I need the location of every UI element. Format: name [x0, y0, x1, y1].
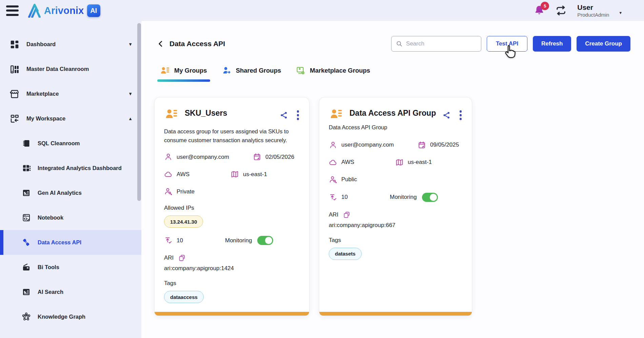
monitoring-label: Monitoring	[390, 194, 417, 201]
create-group-button[interactable]: Create Group	[577, 36, 630, 52]
notifications-bell-icon[interactable]: 5	[534, 5, 545, 16]
owner-email: user@company.com	[341, 142, 394, 148]
user-menu-caret-icon[interactable]: ▾	[619, 10, 622, 15]
user-role: ProductAdmin	[577, 12, 609, 18]
plug-icon	[22, 238, 31, 247]
card-footer-accent-bar	[319, 312, 472, 316]
share-icon[interactable]	[442, 111, 451, 119]
tags-label: Tags	[329, 237, 462, 244]
sidebar-item-marketplace[interactable]: Marketplace ▼	[0, 81, 141, 106]
ari-value: ari:company:apigroup:667	[329, 222, 462, 229]
people-list-icon	[164, 107, 179, 120]
sidebar-item-label: Master Data Cleanroom	[26, 66, 89, 72]
region: us-east-1	[408, 159, 432, 166]
people-list-icon	[329, 107, 344, 120]
sidebar-item-label: Knowledge Graph	[38, 314, 85, 320]
kebab-menu-icon[interactable]	[296, 110, 300, 121]
back-button[interactable]	[157, 40, 165, 48]
sidebar-item-dashboard[interactable]: Dashboard ▼	[0, 32, 141, 57]
network-graph-icon	[22, 312, 31, 321]
sidebar-item-ai-search[interactable]: AI Search	[0, 280, 141, 304]
notification-count-badge: 5	[541, 2, 549, 10]
sidebar-item-label: My Workspace	[26, 115, 65, 122]
allowed-ips-label: Allowed IPs	[164, 205, 300, 211]
card-footer-accent-bar	[155, 312, 309, 316]
dashboard-grid-icon	[9, 39, 20, 50]
test-api-button[interactable]: Test API	[487, 36, 527, 52]
sidebar-item-sql-cleanroom[interactable]: SQL Cleanroom	[0, 131, 141, 156]
chevron-down-icon[interactable]: ▼	[128, 42, 133, 47]
chevron-up-icon[interactable]: ▲	[128, 116, 133, 121]
copy-icon[interactable]	[178, 254, 186, 262]
expiry-date: 02/05/2026	[265, 154, 294, 161]
group-description: Data access group for users assigned via…	[164, 127, 300, 145]
topbar-actions: 5 User ProductAdmin ▾	[534, 3, 622, 18]
tab-my-groups[interactable]: My Groups	[160, 65, 207, 76]
tab-label: Marketplace Groups	[310, 67, 370, 74]
ari-value: ari:company:apigroup:1424	[164, 265, 300, 272]
rate-limit-icon	[164, 236, 173, 245]
sidebar-item-knowledge-graph[interactable]: Knowledge Graph	[0, 304, 141, 329]
group-tabs: My Groups Shared Groups Marketplace Grou…	[157, 65, 630, 76]
monitoring-toggle[interactable]	[257, 236, 273, 245]
rate-limit-value: 10	[341, 194, 348, 201]
refresh-button[interactable]: Refresh	[533, 36, 571, 52]
page-toolbar: Data Access API Test API Refresh Create …	[157, 36, 630, 52]
cloud-provider: AWS	[177, 171, 189, 178]
group-card-data-access-api-group: Data Access API Group Data Access API Gr…	[319, 97, 472, 316]
group-title: Data Access API Group	[349, 107, 437, 118]
sidebar-item-label: Marketplace	[26, 91, 59, 97]
tab-marketplace-groups[interactable]: Marketplace Groups	[296, 65, 370, 76]
logo-mark-icon	[28, 3, 44, 18]
group-card-sku-users: SKU_Users Data access group for users as…	[154, 97, 309, 316]
sidebar-item-data-access-api[interactable]: Data Access API	[0, 230, 141, 255]
sidebar-item-notebook[interactable]: Notebook	[0, 205, 141, 230]
sidebar-item-master-data-cleanroom[interactable]: Master Data Cleanroom	[0, 57, 141, 81]
map-icon	[230, 170, 239, 179]
group-cards: SKU_Users Data access group for users as…	[154, 97, 630, 316]
sidebar-item-label: Bi Tools	[38, 264, 59, 270]
sidebar-item-gen-ai-analytics[interactable]: Gen AI Analytics	[0, 181, 141, 205]
tab-label: My Groups	[174, 67, 207, 74]
switch-account-icon[interactable]	[555, 4, 567, 17]
monitor-gear-icon	[296, 66, 305, 75]
chevron-down-icon[interactable]: ▼	[128, 91, 133, 96]
tags-label: Tags	[164, 280, 300, 287]
sidebar-item-bi-tools[interactable]: Bi Tools	[0, 255, 141, 280]
user-name: User	[577, 3, 609, 12]
presentation-chart-icon	[22, 188, 31, 198]
tab-shared-groups[interactable]: Shared Groups	[222, 65, 281, 76]
share-icon[interactable]	[280, 111, 288, 119]
copy-icon[interactable]	[343, 211, 351, 219]
sql-binder-icon	[22, 139, 31, 148]
search-input[interactable]	[406, 40, 477, 47]
workspace-icon	[9, 114, 20, 124]
sidebar-item-integrated-analytics-dashboard[interactable]: Integrated Analytics Dashboard	[0, 156, 141, 181]
region: us-east-1	[243, 171, 267, 178]
logo-ai-badge: AI	[87, 4, 100, 17]
sidebar-scrollbar[interactable]	[137, 23, 141, 201]
ari-label: ARI	[329, 211, 338, 218]
user-menu[interactable]: User ProductAdmin	[577, 3, 609, 18]
expiry-date: 09/05/2025	[430, 142, 459, 148]
sidebar: Dashboard ▼ Master Data Cleanroom Market…	[0, 21, 141, 338]
hamburger-menu-icon[interactable]	[6, 5, 20, 16]
app-window: Arivonix AI 5	[0, 0, 644, 338]
person-icon	[164, 153, 173, 161]
top-bar: Arivonix AI 5	[0, 0, 644, 21]
kebab-menu-icon[interactable]	[459, 110, 463, 121]
rate-limit-icon	[329, 193, 337, 202]
main-content: Data Access API Test API Refresh Create …	[141, 21, 644, 338]
sidebar-item-label: Data Access API	[38, 239, 81, 246]
analytics-board-icon	[22, 164, 31, 173]
active-tab-underline	[157, 79, 210, 82]
sidebar-item-label: Notebook	[38, 214, 63, 221]
visibility: Public	[341, 176, 357, 183]
sidebar-item-label: SQL Cleanroom	[38, 140, 80, 147]
sidebar-item-my-workspace[interactable]: My Workspace ▲	[0, 106, 141, 131]
cloud-icon	[329, 158, 337, 167]
monitoring-toggle[interactable]	[422, 193, 438, 202]
search-icon	[396, 40, 403, 48]
logo: Arivonix AI	[28, 3, 100, 18]
person-share-icon	[222, 66, 232, 75]
